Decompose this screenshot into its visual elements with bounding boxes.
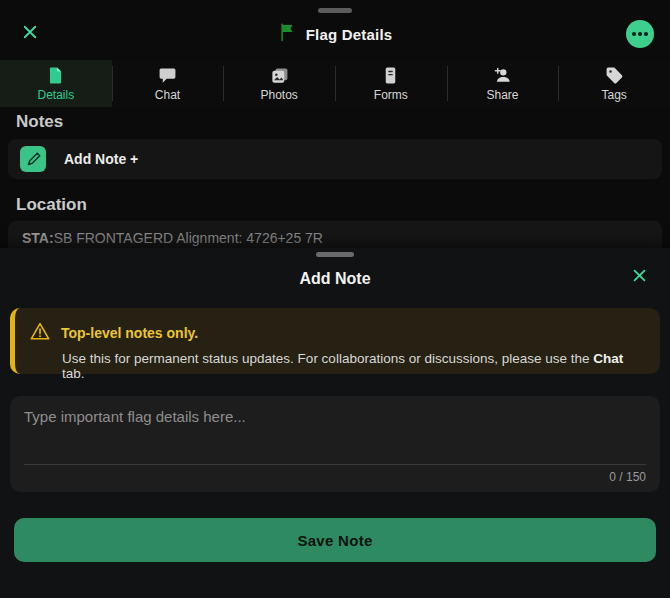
ellipsis-icon	[632, 32, 648, 36]
photos-icon	[270, 66, 289, 85]
warning-body-chat-ref: Chat	[593, 351, 623, 366]
warning-banner: Top-level notes only. Use this for perma…	[10, 308, 660, 374]
flag-details-screen: Flag Details Details Chat Photos	[0, 0, 670, 598]
warning-header: Top-level notes only.	[29, 320, 644, 346]
tab-details[interactable]: Details	[0, 60, 112, 107]
add-note-row[interactable]: Add Note +	[8, 139, 662, 179]
tab-chat[interactable]: Chat	[112, 60, 224, 107]
close-icon	[631, 267, 648, 288]
tab-bar: Details Chat Photos Forms Share	[0, 60, 670, 107]
page-title: Flag Details	[306, 26, 393, 43]
warning-body-tail: tab.	[62, 366, 85, 381]
note-input-container: 0 / 150	[10, 396, 660, 492]
person-add-icon	[493, 66, 512, 85]
location-section-heading: Location	[16, 195, 87, 215]
tab-label: Tags	[602, 88, 627, 102]
sheet-header: Add Note	[0, 266, 670, 292]
location-value: SB FRONTAGERD Alignment: 4726+25 7R	[54, 230, 323, 246]
tab-share[interactable]: Share	[447, 60, 559, 107]
sheet-drag-handle[interactable]	[316, 252, 354, 257]
tag-icon	[605, 66, 624, 85]
document-icon	[46, 66, 65, 85]
tab-label: Details	[37, 88, 74, 102]
close-icon	[21, 23, 39, 45]
sheet-close-button[interactable]	[626, 264, 652, 290]
more-options-button[interactable]	[626, 20, 654, 48]
notes-section-heading: Notes	[16, 112, 63, 132]
station-label: STA:	[22, 230, 54, 246]
tab-label: Share	[487, 88, 519, 102]
flag-icon	[278, 22, 298, 46]
sheet-title: Add Note	[299, 270, 370, 288]
add-note-label: Add Note +	[64, 151, 138, 167]
warning-body: Use this for permanent status updates. F…	[62, 351, 644, 381]
input-divider	[24, 464, 646, 465]
chat-bubble-icon	[158, 66, 177, 85]
form-document-icon	[381, 66, 400, 85]
tab-label: Photos	[261, 88, 298, 102]
tab-tags[interactable]: Tags	[558, 60, 670, 107]
header: Flag Details	[0, 16, 670, 52]
tab-forms[interactable]: Forms	[335, 60, 447, 107]
tab-label: Forms	[374, 88, 408, 102]
add-note-sheet: Add Note Top-level notes only. Use this …	[0, 248, 670, 598]
note-textarea[interactable]	[24, 408, 646, 462]
modal-drag-handle[interactable]	[318, 8, 352, 13]
tab-photos[interactable]: Photos	[223, 60, 335, 107]
warning-title: Top-level notes only.	[61, 325, 198, 341]
close-button[interactable]	[16, 20, 44, 48]
character-counter: 0 / 150	[24, 470, 646, 484]
tab-label: Chat	[155, 88, 180, 102]
save-note-button[interactable]: Save Note	[14, 518, 656, 562]
warning-body-text: Use this for permanent status updates. F…	[62, 351, 593, 366]
warning-icon	[29, 320, 51, 346]
header-title-group: Flag Details	[0, 22, 670, 46]
edit-note-icon	[20, 146, 46, 172]
